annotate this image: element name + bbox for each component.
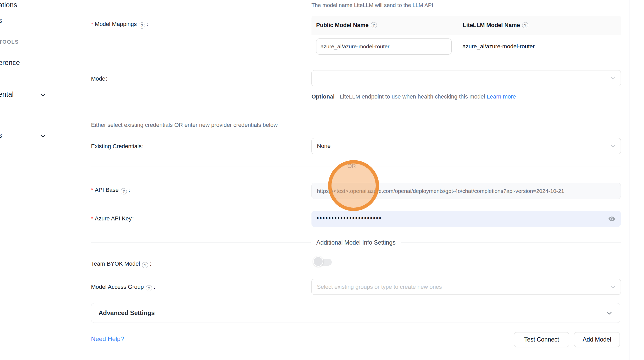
required-asterisk: * (91, 21, 93, 27)
help-icon[interactable]: ? (371, 22, 377, 28)
model-mappings-label: *Model Mappings?: (91, 21, 148, 29)
mode-select[interactable] (311, 70, 621, 86)
help-icon[interactable]: ? (121, 188, 127, 194)
azure-api-key-label: *Azure API Key: (91, 215, 134, 222)
sidebar-item-organizations[interactable]: ations (0, 1, 17, 9)
panel-left-border (78, 0, 78, 360)
sidebar-item-experimental[interactable]: ental (0, 90, 14, 99)
public-model-name-input[interactable] (316, 38, 452, 55)
litellm-model-name-header: LiteLLM Model Name? (458, 16, 529, 35)
chevron-down-icon (610, 284, 616, 290)
additional-settings-divider: Additional Model Info Settings (91, 239, 621, 246)
advanced-settings-label: Advanced Settings (99, 309, 606, 317)
learn-more-link[interactable]: Learn more (487, 93, 516, 100)
table-row: azure_ai/azure-model-router (311, 35, 621, 58)
reveal-password-button[interactable] (607, 214, 616, 223)
required-asterisk: * (91, 187, 93, 193)
panel-right-border (629, 0, 629, 360)
existing-credentials-label: Existing Credentials: (91, 143, 144, 150)
help-icon[interactable]: ? (142, 262, 148, 268)
test-connect-button[interactable]: Test Connect (514, 332, 569, 347)
sidebar-item-models[interactable]: s (0, 17, 2, 25)
advanced-settings-toggle[interactable]: Advanced Settings (91, 303, 620, 323)
chevron-down-icon (606, 310, 613, 316)
credentials-note: Either select existing credentials OR en… (91, 122, 278, 128)
chevron-down-icon (610, 75, 616, 81)
sidebar-item-inference[interactable]: erence (0, 59, 20, 67)
additional-settings-divider-label: Additional Model Info Settings (311, 239, 401, 246)
click-highlight-circle (328, 160, 379, 211)
mode-help-text: Optional - LiteLLM endpoint to use when … (311, 91, 527, 102)
mode-label: Mode: (91, 75, 107, 82)
sidebar-item-settings[interactable]: s (0, 132, 2, 140)
help-icon[interactable]: ? (146, 285, 152, 291)
eye-icon (608, 215, 616, 223)
api-base-label: *API Base?: (91, 187, 130, 194)
chevron-down-icon[interactable] (40, 133, 46, 139)
team-byok-label: Team-BYOK Model?: (91, 260, 151, 268)
public-model-name-header: Public Model Name? (311, 22, 458, 29)
chevron-down-icon (610, 143, 616, 149)
existing-credentials-value: None (317, 143, 331, 149)
need-help-link[interactable]: Need Help? (91, 335, 124, 343)
sidebar-section-tools: TOOLS (0, 39, 19, 45)
model-access-group-label: Model Access Group?: (91, 284, 155, 291)
azure-api-key-input[interactable]: •••••••••••••••••••••• (311, 211, 621, 227)
model-name-help-text: The model name LiteLLM will send to the … (311, 2, 433, 8)
add-model-button[interactable]: Add Model (574, 332, 620, 347)
team-byok-toggle[interactable] (313, 256, 340, 268)
toggle-knob (313, 256, 323, 267)
table-header-row: Public Model Name? LiteLLM Model Name? (311, 16, 621, 35)
existing-credentials-select[interactable]: None (311, 138, 621, 154)
required-asterisk: * (91, 215, 93, 222)
litellm-model-name-value: azure_ai/azure-model-router (458, 43, 535, 50)
masked-api-key: •••••••••••••••••••••• (317, 215, 607, 221)
model-access-group-placeholder: Select existing groups or type to create… (317, 284, 442, 290)
chevron-down-icon[interactable] (40, 91, 46, 98)
add-model-page: ations s TOOLS erence ental s The model … (0, 0, 644, 360)
help-icon[interactable]: ? (139, 22, 145, 29)
model-access-group-select[interactable]: Select existing groups or type to create… (311, 279, 621, 295)
help-icon[interactable]: ? (522, 22, 528, 28)
model-mappings-table: Public Model Name? LiteLLM Model Name? a… (311, 16, 621, 58)
